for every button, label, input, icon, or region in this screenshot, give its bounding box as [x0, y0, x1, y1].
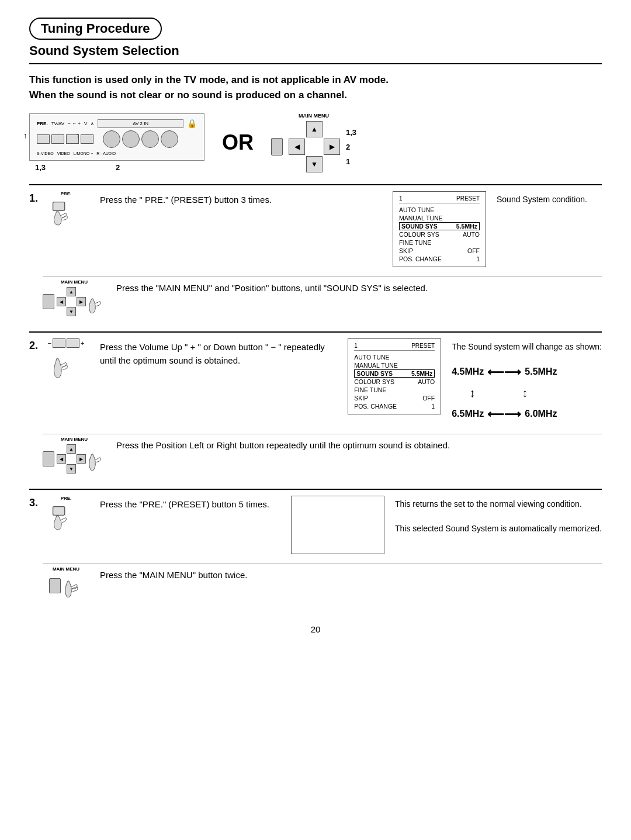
- s2-menu-manualtune: MANUAL TUNE: [354, 361, 435, 369]
- vol-minus-btn: [53, 338, 65, 348]
- lock-icon: 🔒: [187, 119, 197, 128]
- step2-sub2-text: Press the Position Left or Right button …: [116, 437, 602, 452]
- step2-divider: [29, 331, 602, 333]
- step1-input-icon: [43, 294, 54, 309]
- freq-60: 6.0MHz: [525, 406, 557, 423]
- s2-menu-finetune: FINE TUNE: [354, 386, 435, 394]
- diagram-area: PRE. TV/AV − ← + V ∧ AV 2 IN 🔒: [29, 113, 602, 172]
- arrow-left-2: ↑: [76, 131, 80, 140]
- step3-side-note2: This selected Sound System is automatica…: [395, 524, 602, 533]
- remote-panel: PRE. TV/AV − ← + V ∧ AV 2 IN 🔒: [29, 113, 204, 161]
- menu-soundsys: SOUND SYS5.5MHz: [399, 222, 480, 230]
- step1-menu-box: 1 PRESET AUTO TUNE MANUAL TUNE SOUND SYS…: [393, 191, 486, 267]
- step2-side-content: The Sound system will change as shown: 4…: [452, 338, 602, 424]
- step2-number: 2.: [29, 340, 38, 352]
- step2-side-note: The Sound system will change as shown:: [452, 342, 602, 351]
- step2-sub2-icon: MAIN MENU ▲ ◀▶ ▼: [43, 437, 106, 473]
- main-menu-label-right: MAIN MENU: [299, 113, 329, 119]
- main-menu-remote: MAIN MENU ▲ ◀ ▶ ▼ 1,3 2 1: [271, 113, 356, 172]
- step3-pre-hand-icon: [50, 503, 82, 531]
- connectors-row: S-VIDEO VIDEO L/MONO − R - AUDIO: [37, 151, 197, 155]
- step1-divider: [29, 184, 602, 185]
- step1-pre-label: PRE.: [61, 191, 72, 196]
- d-pad-tl: [289, 121, 305, 137]
- freq-arrow1: ⟵⟶: [487, 361, 521, 382]
- minus-plus-label: − ← +: [68, 121, 81, 126]
- freq-diagram: 4.5MHz ⟵⟶ 5.5MHz ↕ ↕ 6.5MHz ⟵⟶ 6.0MHz: [452, 361, 602, 424]
- menu-manualtune: MANUAL TUNE: [399, 214, 480, 222]
- d-pad-bl: [289, 156, 305, 172]
- step1-sub2-icon: MAIN MENU ▲ ◀▶ ▼: [43, 279, 106, 316]
- step1-section: 1. PRE. Press the " PRE." (PRESET) butto…: [29, 191, 602, 326]
- input-icon: [271, 138, 283, 155]
- d-pad-center: [306, 139, 323, 155]
- menu-autotune: AUTO TUNE: [399, 206, 480, 214]
- header-divider: [29, 63, 602, 64]
- annotation-13-right: 1,3: [346, 128, 356, 137]
- step1-sub-divider: [43, 276, 602, 277]
- step3-side-note1: This returns the set to the normal viewi…: [395, 499, 582, 509]
- annotation-13-left: 1,3: [35, 163, 46, 172]
- s2-menu-poschange: POS. CHANGE1: [354, 402, 435, 410]
- s2-menu-skip: SKIPOFF: [354, 394, 435, 402]
- round-btn1: [103, 130, 120, 148]
- s2-menu-coloursys: COLOUR SYSAUTO: [354, 378, 435, 386]
- menu-finetune: FINE TUNE: [399, 238, 480, 247]
- step3-divider: [29, 489, 602, 490]
- step2-sub1-icon: − +: [43, 338, 89, 381]
- step2-sub-divider: [43, 434, 602, 434]
- step3-sub2-icon: MAIN MENU: [43, 566, 89, 597]
- freq-row2: 6.5MHz ⟵⟶ 6.0MHz: [452, 403, 602, 424]
- step2-sub1-text: Press the Volume Up " + " or Down button…: [100, 338, 337, 367]
- step1-hand2-icon: [88, 290, 106, 313]
- arrow-left-13: ↑: [23, 131, 27, 140]
- directional-pad-right: ▲ ◀ ▶ ▼: [289, 121, 340, 172]
- video-label: VIDEO: [57, 151, 70, 155]
- step3-sub1-icon: PRE.: [43, 496, 89, 531]
- round-btn2: [122, 130, 140, 148]
- step3-number: 3.: [29, 497, 38, 509]
- d-pad-left: ◀: [289, 139, 305, 155]
- menu-skip: SKIPOFF: [399, 247, 480, 255]
- step3-hand-icon: [63, 574, 84, 597]
- step2-hand2-icon: [88, 447, 106, 471]
- minus-label: −: [48, 340, 51, 347]
- freq-row1: 4.5MHz ⟵⟶ 5.5MHz: [452, 361, 602, 382]
- d-pad-right: ▶: [324, 139, 340, 155]
- step1-sub1-row: PRE. Press the " PRE." (PRESET) button 3…: [43, 191, 602, 267]
- intro-text: This function is used only in the TV mod…: [29, 72, 602, 102]
- svg-rect-1: [53, 507, 64, 516]
- page-number: 20: [29, 624, 602, 634]
- freq-65: 6.5MHz: [452, 406, 484, 423]
- step2-input-icon: [43, 451, 54, 466]
- btn2: [51, 134, 64, 144]
- step2-menu-box: 1 PRESET AUTO TUNE MANUAL TUNE SOUND SYS…: [348, 338, 441, 414]
- step1-sub1-icon: PRE.: [43, 191, 89, 227]
- freq-down-arrow2: ↕: [522, 382, 528, 403]
- d-pad-br: [324, 156, 340, 172]
- step3-section: 3. PRE. Press the "PRE." (PRESET) button…: [29, 496, 602, 607]
- step1-pre-hand-icon: [50, 199, 82, 227]
- freq-45: 4.5MHz: [452, 364, 484, 381]
- freq-down-arrow1: ↕: [469, 382, 475, 403]
- menu-coloursys: COLOUR SYSAUTO: [399, 230, 480, 238]
- plus-label: +: [81, 340, 84, 347]
- tvav-label: TV/AV: [51, 121, 65, 126]
- step1-mainmenu-label: MAIN MENU: [61, 279, 88, 285]
- step3-sub2-text: Press the "MAIN MENU" button twice.: [100, 566, 602, 582]
- v-label: V: [84, 121, 87, 126]
- s2-menu-soundsys: SOUND SYS5.5MHz: [354, 369, 435, 378]
- step3-sub-divider: [43, 564, 602, 564]
- annotation-2-right: 2: [346, 143, 356, 151]
- svg-rect-0: [53, 202, 64, 211]
- step1-sub2-row: MAIN MENU ▲ ◀▶ ▼: [43, 279, 602, 316]
- step3-input-icon: [49, 578, 61, 593]
- step3-side-content: This returns the set to the normal viewi…: [395, 496, 602, 535]
- step2-section: 2. − + Pres: [29, 338, 602, 483]
- step3-mainmenu-label: MAIN MENU: [53, 566, 79, 572]
- pre-label: PRE.: [37, 121, 48, 126]
- lmono-label: L/MONO −: [74, 151, 93, 155]
- d-pad-up: ▲: [306, 121, 323, 137]
- annotation-1-right: 1: [346, 157, 356, 166]
- step1-dir-pad: ▲ ◀▶ ▼: [57, 287, 86, 316]
